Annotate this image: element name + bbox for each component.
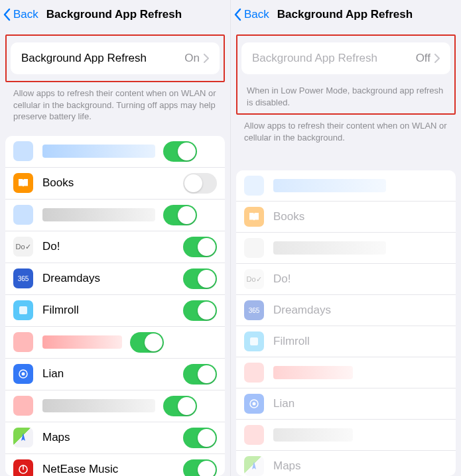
app-row-books: Books: [236, 202, 456, 233]
app-name: Lian: [42, 367, 183, 381]
app-row-blurred[interactable]: [5, 327, 225, 359]
toggle-switch[interactable]: [183, 173, 217, 194]
filmroll-icon: [13, 300, 33, 320]
app-row-dreamdays[interactable]: 365 Dreamdays: [5, 263, 225, 295]
app-icon-blurred: [244, 238, 264, 258]
app-row-lian: Lian: [236, 388, 456, 420]
highlight-box: Background App Refresh Off When in Low P…: [236, 34, 456, 115]
app-row-lian[interactable]: Lian: [5, 359, 225, 390]
app-row-maps[interactable]: Maps: [5, 422, 225, 454]
app-row-blurred[interactable]: [5, 136, 225, 168]
app-icon-blurred: [13, 396, 33, 416]
app-icon-blurred: [13, 205, 33, 225]
page-title: Background App Refresh: [277, 8, 413, 21]
back-label: Back: [13, 8, 38, 21]
footer-description: Allow apps to refresh their content when…: [231, 115, 461, 151]
nav-bar: Back Background App Refresh: [0, 0, 230, 29]
do-icon: Do✓: [244, 269, 264, 289]
svg-rect-0: [19, 306, 27, 314]
bg-refresh-setting-row[interactable]: Background App Refresh Off: [241, 42, 450, 74]
filmroll-icon: [244, 331, 264, 351]
back-label: Back: [244, 8, 269, 21]
app-icon-blurred: [244, 363, 264, 383]
low-power-notice: When in Low Power Mode, background app r…: [237, 81, 454, 113]
app-name: NetEase Music: [42, 463, 183, 476]
back-button[interactable]: Back: [3, 8, 38, 21]
bg-refresh-value: Off: [416, 52, 440, 65]
settings-panel-on: Back Background App Refresh Background A…: [0, 0, 231, 476]
toggle-switch[interactable]: [183, 364, 217, 385]
app-icon-blurred: [13, 141, 33, 161]
app-name: Dreamdays: [273, 304, 448, 317]
app-name: Do!: [42, 240, 183, 253]
app-name: Do!: [273, 272, 448, 286]
page-title: Background App Refresh: [46, 8, 182, 21]
app-icon-blurred: [13, 332, 33, 352]
books-icon: [244, 207, 264, 227]
blurred-label: [42, 399, 155, 412]
app-row-filmroll: Filmroll: [236, 326, 456, 357]
app-row-do: Do✓ Do!: [236, 264, 456, 295]
svg-point-2: [22, 373, 25, 376]
app-name: Filmroll: [42, 304, 183, 317]
chevron-left-icon: [3, 8, 11, 21]
dreamdays-icon: 365: [244, 300, 264, 320]
chevron-left-icon: [233, 8, 241, 21]
toggle-switch[interactable]: [130, 332, 164, 353]
books-icon: [13, 173, 33, 193]
app-row-blurred[interactable]: [5, 390, 225, 422]
netease-icon: [13, 459, 33, 476]
toggle-switch[interactable]: [183, 268, 217, 289]
blurred-label: [273, 179, 386, 192]
app-row-do[interactable]: Do✓ Do!: [5, 231, 225, 263]
app-name: Dreamdays: [42, 272, 183, 285]
bg-refresh-setting-row[interactable]: Background App Refresh On: [11, 42, 220, 74]
app-row-netease[interactable]: NetEase Music: [5, 454, 225, 476]
highlight-box: Background App Refresh On: [5, 34, 225, 82]
app-icon-blurred: [244, 425, 264, 445]
toggle-switch[interactable]: [163, 396, 197, 416]
app-row-blurred: [236, 420, 456, 451]
bg-refresh-label: Background App Refresh: [21, 52, 147, 65]
nav-bar: Back Background App Refresh: [231, 0, 461, 29]
app-list-disabled: Books Do✓ Do! 365 Dreamdays Filmroll: [236, 170, 456, 476]
chevron-right-icon: [204, 54, 209, 63]
lian-icon: [244, 394, 264, 414]
toggle-switch[interactable]: [183, 237, 217, 257]
do-icon: Do✓: [13, 237, 33, 257]
toggle-switch[interactable]: [183, 300, 217, 321]
bg-refresh-label: Background App Refresh: [252, 52, 377, 65]
footer-description: Allow apps to refresh their content when…: [0, 82, 230, 131]
toggle-switch[interactable]: [183, 459, 217, 476]
blurred-label: [273, 241, 386, 255]
app-icon-blurred: [244, 176, 264, 196]
toggle-switch[interactable]: [163, 205, 197, 225]
toggle-switch[interactable]: [163, 141, 197, 162]
lian-icon: [13, 364, 33, 384]
app-name: Maps: [42, 431, 183, 444]
app-name: Books: [273, 210, 448, 223]
blurred-label: [42, 335, 122, 349]
back-button[interactable]: Back: [233, 8, 269, 21]
app-row-blurred: [236, 233, 456, 264]
app-row-books[interactable]: Books: [5, 168, 225, 200]
app-name: Maps: [273, 459, 448, 473]
app-row-blurred[interactable]: [5, 200, 225, 231]
svg-rect-4: [250, 337, 258, 345]
toggle-switch[interactable]: [183, 428, 217, 448]
app-list: Books Do✓ Do! 365 Dreamdays Filmroll: [5, 136, 225, 476]
svg-point-6: [253, 402, 256, 406]
app-name: Lian: [273, 397, 448, 410]
app-name: Filmroll: [273, 335, 448, 348]
blurred-label: [273, 428, 353, 442]
bg-refresh-value: On: [184, 52, 209, 65]
dreamdays-icon: 365: [13, 268, 33, 288]
app-row-filmroll[interactable]: Filmroll: [5, 295, 225, 327]
blurred-label: [42, 208, 155, 221]
app-row-dreamdays: 365 Dreamdays: [236, 295, 456, 326]
app-row-blurred: [236, 170, 456, 202]
app-row-blurred: [236, 357, 456, 388]
blurred-label: [42, 145, 155, 158]
maps-icon: [13, 428, 33, 447]
settings-panel-off: Back Background App Refresh Background A…: [231, 0, 461, 476]
